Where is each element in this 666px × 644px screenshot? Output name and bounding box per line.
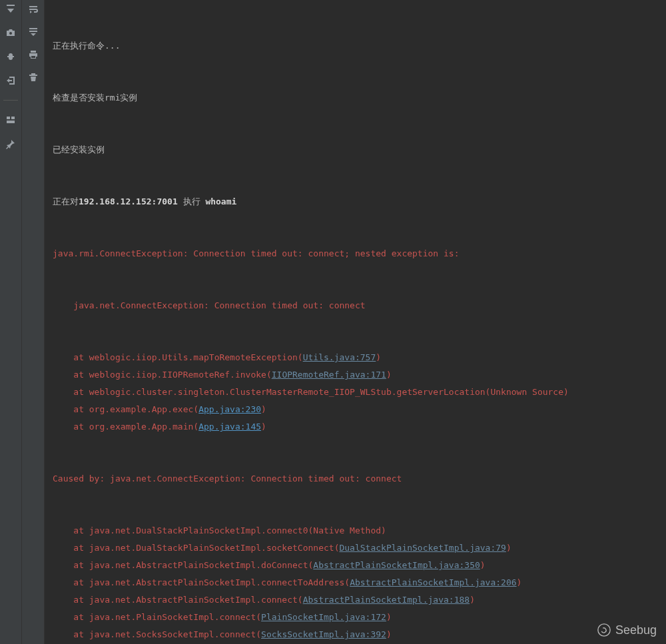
scroll-to-end-icon[interactable] xyxy=(5,3,17,15)
source-link[interactable]: App.java:230 xyxy=(198,404,261,414)
source-link[interactable]: Utils.java:757 xyxy=(303,352,376,362)
status-running: 正在执行命令... xyxy=(53,37,658,55)
source-link[interactable]: PlainSocketImpl.java:172 xyxy=(261,612,386,622)
svg-point-0 xyxy=(598,624,610,636)
status-exec: 正在对192.168.12.152:7001 执行 whoami xyxy=(53,193,658,210)
stack-frame: at java.net.AbstractPlainSocketImpl.conn… xyxy=(53,574,658,591)
stack-frame: at java.net.PlainSocketImpl.connect(Plai… xyxy=(53,609,658,626)
run-gutter xyxy=(0,0,22,644)
stack-frame: at weblogic.iiop.Utils.mapToRemoteExcept… xyxy=(53,349,658,366)
exception-nested: java.net.ConnectException: Connection ti… xyxy=(53,297,658,314)
separator xyxy=(3,100,18,101)
caused-by: Caused by: java.net.ConnectException: Co… xyxy=(53,470,658,487)
stack-frame: at weblogic.iiop.IIOPRemoteRef.invoke(II… xyxy=(53,366,658,384)
status-installed: 已经安装实例 xyxy=(53,141,658,159)
soft-wrap-icon[interactable] xyxy=(27,3,40,16)
exception-top: java.rmi.ConnectException: Connection ti… xyxy=(53,245,658,262)
stack-frame: at weblogic.cluster.singleton.ClusterMas… xyxy=(53,384,658,401)
status-check: 检查是否安装rmi实例 xyxy=(53,89,658,107)
stack-frame: at java.net.DualStackPlainSocketImpl.soc… xyxy=(53,539,658,557)
source-link[interactable]: AbstractPlainSocketImpl.java:206 xyxy=(350,577,516,587)
exit-icon[interactable] xyxy=(5,75,17,87)
source-link[interactable]: DualStackPlainSocketImpl.java:79 xyxy=(339,543,505,553)
clear-icon[interactable] xyxy=(27,71,40,84)
source-link[interactable]: AbstractPlainSocketImpl.java:188 xyxy=(303,595,470,605)
watermark-text: Seebug xyxy=(615,621,657,639)
bug-icon[interactable] xyxy=(5,51,17,63)
pin-icon[interactable] xyxy=(5,138,17,150)
print-icon[interactable] xyxy=(27,48,40,61)
stack-frame: at java.net.AbstractPlainSocketImpl.conn… xyxy=(53,591,658,609)
watermark: Seebug xyxy=(597,621,657,639)
stack-frame: at java.net.DualStackPlainSocketImpl.con… xyxy=(53,522,658,539)
stack-frame: at org.example.App.main(App.java:145) xyxy=(53,418,658,436)
stack-frame: at java.net.AbstractPlainSocketImpl.doCo… xyxy=(53,557,658,574)
stack-frame: at org.example.App.exec(App.java:230) xyxy=(53,401,658,418)
source-link[interactable]: App.java:145 xyxy=(198,422,261,432)
source-link[interactable]: AbstractPlainSocketImpl.java:350 xyxy=(313,560,480,570)
scroll-to-end-toolbar-icon[interactable] xyxy=(27,25,40,39)
source-link[interactable]: SocksSocketImpl.java:392 xyxy=(261,629,386,639)
console-toolbar xyxy=(22,0,45,644)
camera-icon[interactable] xyxy=(5,27,17,39)
layout-icon[interactable] xyxy=(5,114,17,126)
source-link[interactable]: IIOPRemoteRef.java:171 xyxy=(272,370,386,380)
console-output[interactable]: 正在执行命令... 检查是否安装rmi实例 已经安装实例 正在对192.168.… xyxy=(45,0,666,644)
stack-frame: at java.net.SocksSocketImpl.connect(Sock… xyxy=(53,626,658,643)
